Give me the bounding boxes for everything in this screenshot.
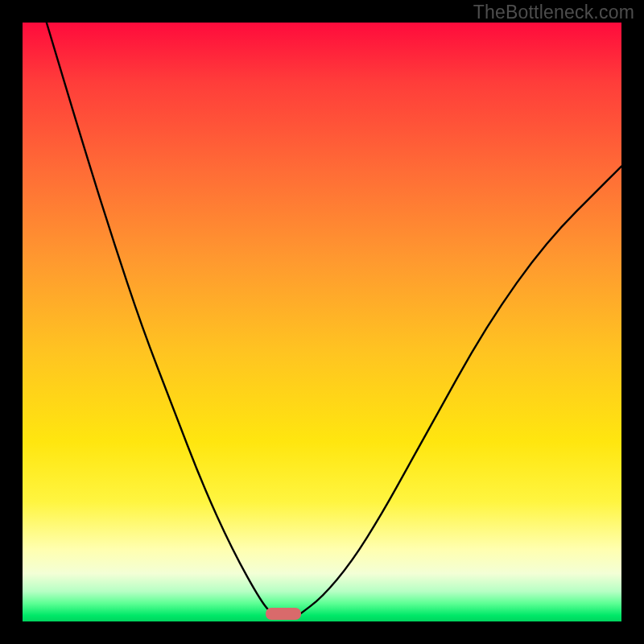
minimum-marker <box>266 608 301 620</box>
watermark-text: TheBottleneck.com <box>473 2 634 23</box>
bottleneck-curve <box>23 23 621 621</box>
plot-area <box>23 23 621 621</box>
curve-path <box>47 23 621 616</box>
chart-frame: TheBottleneck.com <box>0 0 644 644</box>
